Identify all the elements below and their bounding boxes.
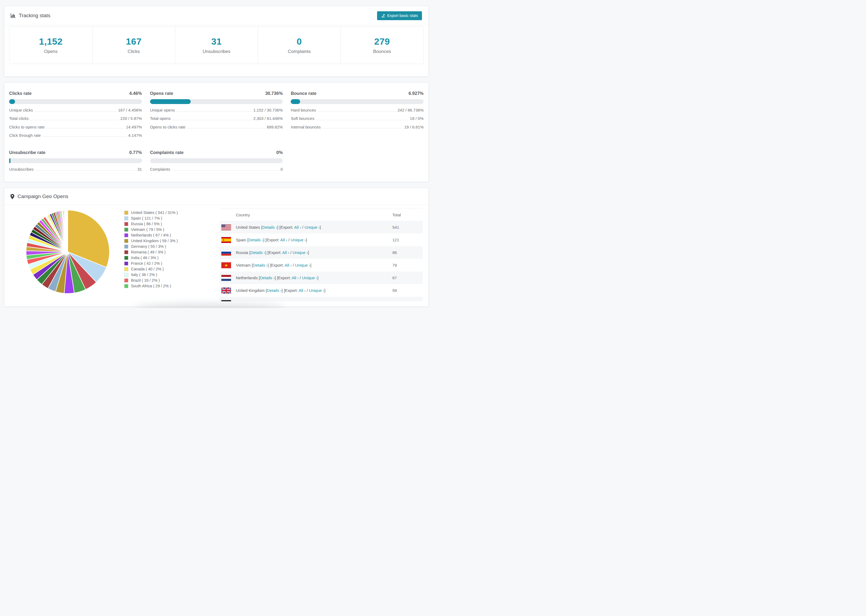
page: Tracking stats Export basic stats 1,152O… <box>0 0 433 306</box>
bracket-text: ] [Export: <box>265 250 282 255</box>
bracket-text: ] [Export: <box>268 263 285 267</box>
legend-item-south-africa[interactable]: South Africa ( 29 / 2% ) <box>124 284 210 288</box>
bracket-text: ] <box>308 250 309 255</box>
country-name: United States [ <box>236 225 262 229</box>
export-all-link-united-states[interactable]: All › <box>294 225 301 229</box>
stat-label-complaints: Complaints <box>288 49 311 54</box>
complaints-rate-value: 0% <box>276 150 283 155</box>
legend-swatch-netherlands <box>124 233 128 237</box>
legend-label: India ( 46 / 3% ) <box>131 256 158 260</box>
export-all-link-spain[interactable]: All › <box>280 237 287 242</box>
export-all-link-vietnam[interactable]: All › <box>285 263 291 267</box>
rate-row-label: Total clicks <box>9 116 29 121</box>
rate-row-unique-clicks: Unique clicks167 / 4.456% <box>9 108 142 112</box>
bracket-text: ] [Export: <box>275 275 291 280</box>
slash-text: / <box>289 250 293 255</box>
rate-row-value: 19 / 6.81% <box>404 125 424 129</box>
rate-row-complaints: Complaints0 <box>150 167 283 171</box>
total-cell-vietnam: 79 <box>392 263 423 267</box>
rate-row-opens-to-clicks-rate: Opens to clicks rate689.82% <box>150 125 283 129</box>
dotted-leader <box>172 170 279 171</box>
slash-text: / <box>305 288 309 293</box>
export-all-link-germany[interactable]: All › <box>287 301 293 301</box>
legend-item-brazil[interactable]: Brazil ( 33 / 2% ) <box>124 278 210 283</box>
legend-item-united-kingdom[interactable]: United Kingdom ( 59 / 3% ) <box>124 239 210 243</box>
pie-slice-other-40[interactable] <box>68 210 68 252</box>
legend-item-vietnam[interactable]: Vietnam ( 79 / 5% ) <box>124 228 210 232</box>
bracket-text: ] <box>324 288 326 293</box>
slash-text: / <box>299 275 302 280</box>
legend-item-netherlands[interactable]: Netherlands ( 67 / 4% ) <box>124 233 210 237</box>
rate-row-label: Hard bounces <box>291 108 316 112</box>
export-unique-link-united-states[interactable]: Unique › <box>304 225 320 229</box>
unsubscribe-rate-rows: Unsubscribes31 <box>9 167 142 171</box>
legend-item-italy[interactable]: Italy ( 36 / 2% ) <box>124 273 210 277</box>
legend-label: United Kingdom ( 59 / 3% ) <box>131 239 178 243</box>
table-row-spain: Spain [Details ›] [Export: All › / Uniqu… <box>219 234 423 246</box>
geo-card-header: Campaign Geo Opens <box>4 188 428 205</box>
stat-value-opens: 1,152 <box>39 36 63 47</box>
opens-rate-title: Opens rate <box>150 91 173 96</box>
complaints-rate-bar <box>150 158 283 163</box>
stat-value-complaints: 0 <box>297 36 302 47</box>
legend-item-spain[interactable]: Spain ( 121 / 7% ) <box>124 216 210 220</box>
export-button-label: Export basic stats <box>387 14 418 18</box>
rate-row-label: Unique clicks <box>9 108 33 112</box>
clicks-rate-rows: Unique clicks167 / 4.456%Total clicks220… <box>9 108 142 138</box>
table-row-germany: Germany [Details ›] [Export: All › / Uni… <box>219 297 423 301</box>
clicks-rate-bar-fill <box>9 99 15 104</box>
russia-flag-icon <box>219 250 236 256</box>
legend-item-canada[interactable]: Canada ( 40 / 2% ) <box>124 267 210 271</box>
dotted-leader <box>322 128 403 129</box>
rate-row-internal-bounces: Internal bounces19 / 6.81% <box>291 125 424 129</box>
country-name: Vietnam [ <box>236 263 253 267</box>
details-link-united-states[interactable]: Details › <box>262 225 277 229</box>
geo-table-header: Country Total <box>219 209 423 221</box>
export-all-link-russia[interactable]: All › <box>282 250 290 255</box>
details-link-united-kingdom[interactable]: Details › <box>267 288 282 293</box>
country-cell-united-kingdom: United Kingdom [Details ›] [Export: All … <box>236 288 392 293</box>
clicks-rate-head: Clicks rate4.46% <box>9 91 142 96</box>
opens-rate-head: Opens rate30.736% <box>150 91 283 96</box>
legend-label: Spain ( 121 / 7% ) <box>131 216 162 220</box>
export-basic-stats-button[interactable]: Export basic stats <box>377 11 422 20</box>
legend-item-germany[interactable]: Germany ( 55 / 3% ) <box>124 245 210 248</box>
rate-row-label: Internal bounces <box>291 125 321 129</box>
details-link-germany[interactable]: Details › <box>255 301 269 301</box>
details-link-vietnam[interactable]: Details › <box>253 263 268 267</box>
legend-item-romania[interactable]: Romania ( 49 / 3% ) <box>124 250 210 254</box>
legend-item-russia[interactable]: Russia ( 86 / 5% ) <box>124 222 210 226</box>
export-unique-link-germany[interactable]: Unique › <box>297 301 312 301</box>
export-unique-link-spain[interactable]: Unique › <box>290 237 306 242</box>
map-pin-icon <box>10 194 14 200</box>
clicks-rate-value: 4.46% <box>129 91 142 96</box>
export-unique-link-netherlands[interactable]: Unique › <box>302 275 317 280</box>
rate-row-value: 220 / 5.87% <box>120 116 142 121</box>
dotted-leader <box>187 128 265 129</box>
export-unique-link-russia[interactable]: Unique › <box>293 250 308 255</box>
details-link-russia[interactable]: Details › <box>250 250 265 255</box>
legend-item-france[interactable]: France ( 42 / 2% ) <box>124 261 210 266</box>
opens-rate-bar-fill <box>150 99 191 104</box>
dotted-leader <box>318 111 396 112</box>
export-unique-link-united-kingdom[interactable]: Unique › <box>309 288 324 293</box>
stat-label-unsubscribes: Unsubscribes <box>203 49 230 54</box>
unsubscribe-rate-title: Unsubscribe rate <box>9 150 46 155</box>
legend-item-united-states[interactable]: United States ( 541 / 31% ) <box>124 211 210 215</box>
dotted-leader <box>43 137 127 137</box>
geo-legend: United States ( 541 / 31% )Spain ( 121 /… <box>111 211 210 301</box>
legend-label: Brazil ( 33 / 2% ) <box>131 278 160 283</box>
rate-row-click-through-rate: Click through rate4.147% <box>9 133 142 138</box>
export-unique-link-vietnam[interactable]: Unique › <box>295 263 310 267</box>
country-cell-united-states: United States [Details ›] [Export: All ›… <box>236 225 392 229</box>
export-all-link-netherlands[interactable]: All › <box>292 275 299 280</box>
rate-row-label: Complaints <box>150 167 170 171</box>
details-link-netherlands[interactable]: Details › <box>260 275 275 280</box>
country-cell-netherlands: Netherlands [Details ›] [Export: All › /… <box>236 275 392 280</box>
bracket-text: ] <box>317 275 318 280</box>
total-column-header: Total <box>392 212 423 217</box>
legend-item-india[interactable]: India ( 46 / 3% ) <box>124 256 210 260</box>
table-row-united-states: United States [Details ›] [Export: All ›… <box>219 221 423 234</box>
export-all-link-united-kingdom[interactable]: All › <box>299 288 305 293</box>
details-link-spain[interactable]: Details › <box>249 237 263 242</box>
